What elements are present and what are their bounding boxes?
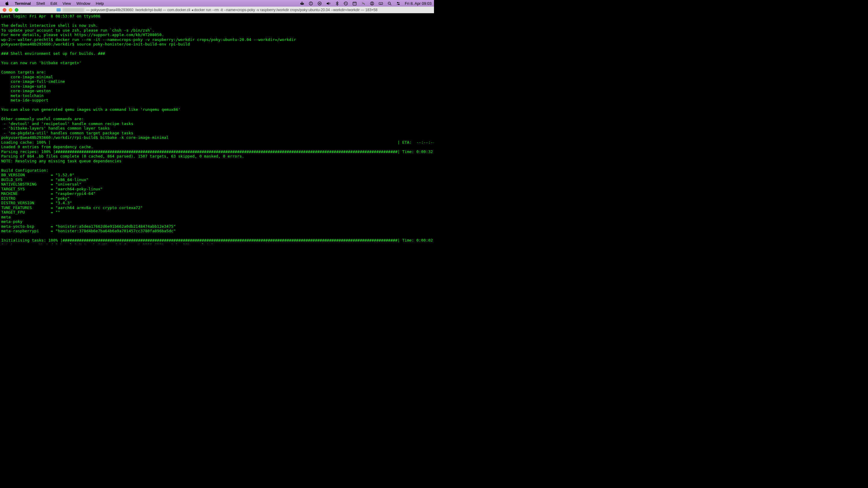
menu-window[interactable]: Window bbox=[74, 1, 93, 6]
window-zoom-button[interactable] bbox=[15, 8, 19, 12]
bluetooth-icon[interactable] bbox=[335, 1, 339, 6]
clock[interactable]: Fri 8. Apr 09:03 bbox=[405, 1, 432, 6]
window-titlebar: — pokyuser@aea48b293660: /workdir/rpi-bu… bbox=[0, 7, 434, 13]
info-icon[interactable] bbox=[309, 1, 313, 6]
keyboard-icon[interactable] bbox=[378, 1, 383, 6]
svg-rect-2 bbox=[302, 1, 303, 2]
menu-shell[interactable]: Shell bbox=[33, 1, 48, 6]
svg-line-13 bbox=[362, 2, 365, 4]
svg-point-26 bbox=[397, 2, 398, 3]
svg-point-15 bbox=[372, 2, 373, 3]
menu-edit[interactable]: Edit bbox=[48, 1, 60, 6]
control-center-icon[interactable] bbox=[396, 1, 401, 6]
svg-point-23 bbox=[388, 2, 391, 4]
user-icon[interactable] bbox=[370, 1, 374, 6]
folder-icon bbox=[57, 8, 61, 11]
menu-view[interactable]: View bbox=[60, 1, 74, 6]
calendar-icon[interactable] bbox=[352, 1, 357, 6]
svg-point-7 bbox=[318, 1, 321, 5]
window-title: — pokyuser@aea48b293660: /workdir/rpi-bu… bbox=[57, 8, 378, 12]
svg-point-6 bbox=[311, 2, 311, 2]
menu-help[interactable]: Help bbox=[93, 1, 107, 6]
redacted-segment bbox=[63, 8, 84, 12]
window-title-text: — pokyuser@aea48b293660: /workdir/rpi-bu… bbox=[86, 8, 378, 12]
svg-line-24 bbox=[390, 4, 391, 5]
svg-point-28 bbox=[398, 4, 399, 4]
macos-menubar: Terminal Shell Edit View Window Help Fri… bbox=[0, 0, 434, 7]
window-minimize-button[interactable] bbox=[9, 8, 12, 12]
app-name[interactable]: Terminal bbox=[12, 1, 33, 6]
svg-rect-1 bbox=[302, 3, 303, 4]
window-close-button[interactable] bbox=[3, 8, 6, 12]
spotlight-icon[interactable] bbox=[387, 1, 392, 6]
terminal-viewport[interactable]: Last login: Fri Apr 8 08:53:07 on ttys00… bbox=[0, 13, 434, 244]
svg-rect-0 bbox=[301, 3, 301, 4]
svg-rect-16 bbox=[379, 2, 383, 4]
svg-rect-3 bbox=[303, 3, 304, 4]
apple-menu-icon[interactable] bbox=[2, 1, 12, 5]
timemachine-icon[interactable] bbox=[344, 1, 348, 6]
docker-icon[interactable] bbox=[300, 1, 304, 6]
pause-icon[interactable] bbox=[317, 1, 322, 6]
disabled-icon[interactable] bbox=[361, 1, 366, 6]
svg-rect-11 bbox=[353, 2, 356, 5]
volume-icon[interactable] bbox=[326, 1, 331, 6]
terminal-output: Last login: Fri Apr 8 08:53:07 on ttys00… bbox=[1, 14, 433, 244]
